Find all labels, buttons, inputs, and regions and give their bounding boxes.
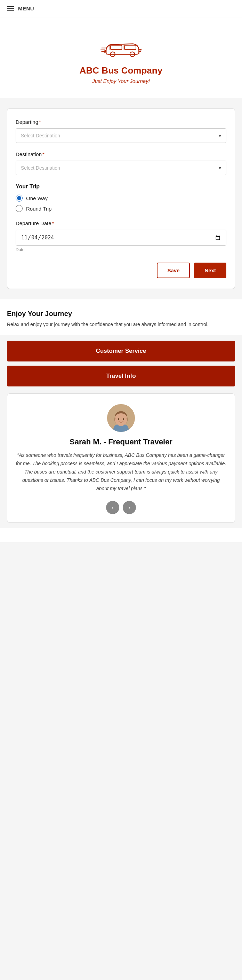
testimonial-name: Sarah M. - Frequent Traveler	[69, 438, 173, 447]
save-button[interactable]: Save	[157, 262, 190, 278]
hamburger-menu-icon[interactable]	[7, 6, 14, 11]
trip-type-title: Your Trip	[16, 183, 226, 190]
avatar	[107, 404, 135, 432]
departing-select-wrapper: Select Destination ▾	[16, 128, 226, 143]
departure-date-required-star: *	[52, 220, 54, 226]
destination-label: Destination*	[16, 151, 226, 157]
departing-label: Departing*	[16, 119, 226, 125]
one-way-label: One Way	[26, 195, 48, 201]
round-trip-label: Round Trip	[26, 206, 51, 212]
svg-point-9	[123, 418, 124, 420]
departing-field-group: Departing* Select Destination ▾	[16, 119, 226, 143]
round-trip-option[interactable]: Round Trip	[16, 205, 226, 212]
bus-logo-icon	[100, 35, 142, 59]
destination-select[interactable]: Select Destination	[16, 161, 226, 175]
round-trip-radio[interactable]	[16, 205, 22, 212]
form-actions: Save Next	[16, 262, 226, 278]
testimonial-next-button[interactable]: ›	[123, 501, 136, 514]
one-way-option[interactable]: One Way	[16, 195, 226, 202]
trip-type-radio-group: One Way Round Trip	[16, 195, 226, 212]
date-hint: Date	[16, 247, 226, 252]
app-header: MENU	[0, 0, 242, 18]
company-name: ABC Bus Company	[80, 65, 162, 76]
trip-type-field-group: Your Trip One Way Round Trip	[16, 183, 226, 212]
svg-point-7	[115, 413, 127, 426]
destination-select-wrapper: Select Destination ▾	[16, 161, 226, 175]
enjoy-text: Relax and enjoy your journey with the co…	[7, 321, 235, 328]
testimonial-nav-arrows: ‹ ›	[106, 501, 136, 514]
travel-info-button[interactable]: Travel Info	[7, 366, 235, 387]
destination-required-star: *	[42, 151, 45, 157]
booking-form-card: Departing* Select Destination ▾ Destinat…	[7, 108, 235, 289]
testimonial-prev-button[interactable]: ‹	[106, 501, 119, 514]
avatar-image	[107, 404, 135, 432]
one-way-radio[interactable]	[16, 195, 22, 202]
enjoy-section: Enjoy Your Journey Relax and enjoy your …	[0, 299, 242, 335]
svg-rect-0	[111, 45, 122, 49]
departure-date-field-group: Departure Date* Date	[16, 220, 226, 252]
destination-field-group: Destination* Select Destination ▾	[16, 151, 226, 175]
enjoy-title: Enjoy Your Journey	[7, 310, 235, 318]
departure-date-input[interactable]	[16, 230, 226, 245]
customer-service-button[interactable]: Customer Service	[7, 340, 235, 361]
svg-rect-1	[125, 45, 136, 49]
testimonial-card: Sarah M. - Frequent Traveler "As someone…	[7, 393, 235, 523]
next-button[interactable]: Next	[194, 262, 226, 278]
menu-label: MENU	[18, 6, 34, 11]
company-tagline: Just Enjoy Your Journey!	[92, 78, 150, 84]
svg-point-8	[118, 418, 119, 420]
departing-select[interactable]: Select Destination	[16, 129, 226, 143]
cta-section: Customer Service Travel Info	[0, 340, 242, 387]
departing-required-star: *	[39, 119, 41, 125]
departure-date-label: Departure Date*	[16, 220, 226, 226]
hero-section: ABC Bus Company Just Enjoy Your Journey!	[0, 18, 242, 98]
bottom-spacer	[0, 528, 242, 542]
testimonial-quote: "As someone who travels frequently for b…	[16, 451, 226, 493]
date-input-wrapper	[16, 230, 226, 246]
